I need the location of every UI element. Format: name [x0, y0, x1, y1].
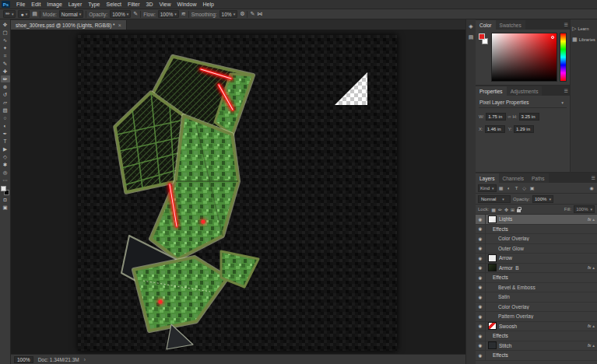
collapse-effects-icon[interactable]: ▴ [592, 217, 597, 222]
y-field[interactable]: 1.29 in [514, 125, 534, 133]
layer-thumbnail[interactable] [488, 215, 497, 223]
pixel-layer-filter-icon[interactable]: ▦ [498, 185, 504, 191]
link-dimensions-icon[interactable]: ∞ [507, 114, 511, 119]
effect-row-color-overlay[interactable]: ◉ Color Overlay [476, 234, 597, 244]
paint-mode-select[interactable]: Normal ▾ [59, 10, 83, 18]
flow-input[interactable]: 100% ▾ [158, 10, 179, 18]
pressure-opacity-icon[interactable]: ✎ [133, 11, 138, 17]
chevron-down-icon[interactable]: ▾ [561, 100, 566, 105]
brush-tool[interactable]: ✏ [1, 75, 10, 82]
rectangular-marquee-tool[interactable]: ▢ [1, 29, 10, 36]
saturation-brightness-field[interactable] [491, 33, 557, 82]
screen-mode-button[interactable]: ▣ [1, 204, 10, 211]
menu-layer[interactable]: Layer [65, 2, 86, 7]
effect-row-pattern-overlay[interactable]: ◉ Pattern Overlay [476, 312, 597, 322]
libraries-panel-button[interactable]: ▦ Libraries [571, 34, 597, 45]
lock-all-icon[interactable] [517, 209, 521, 212]
blend-mode-select[interactable]: Normal ▾ [478, 195, 511, 203]
menu-filter[interactable]: Filter [125, 2, 143, 7]
height-field[interactable]: 3.25 in [519, 113, 539, 121]
visibility-eye-icon[interactable]: ◉ [476, 303, 486, 312]
collapse-effects-icon[interactable]: ▴ [592, 343, 597, 348]
menu-edit[interactable]: Edit [28, 2, 44, 7]
panel-menu-icon[interactable]: ☰ [564, 22, 568, 27]
visibility-eye-icon[interactable]: ◉ [476, 322, 486, 331]
layer-opacity-input[interactable]: 100% ▾ [532, 195, 553, 203]
lock-transparency-icon[interactable]: ▦ [491, 207, 496, 212]
lock-artboard-icon[interactable]: ⊞ [511, 207, 514, 212]
pen-tool[interactable]: ✒ [1, 130, 10, 137]
layer-fill-input[interactable]: 100% ▾ [574, 205, 595, 213]
layer-thumbnail[interactable] [488, 322, 497, 330]
learn-panel-button[interactable]: ▷ Learn [571, 23, 597, 34]
hue-slider[interactable] [560, 33, 567, 82]
pasteboard[interactable] [11, 30, 465, 354]
menu-file[interactable]: File [13, 2, 28, 7]
layer-row-swoosh[interactable]: ◉ Swoosh fx ▴ [476, 322, 597, 332]
shape-tool[interactable]: ◇ [1, 153, 10, 160]
crop-tool[interactable]: ⌗ [1, 52, 10, 59]
smoothing-options-gear-icon[interactable]: ⚙ [240, 11, 244, 17]
foreground-color-swatch[interactable] [479, 33, 485, 40]
layer-thumbnail[interactable] [488, 341, 497, 349]
gradient-tool[interactable]: ▨ [1, 107, 10, 114]
filter-toggle-icon[interactable]: ◉ [588, 185, 595, 191]
visibility-eye-icon[interactable]: ◉ [476, 312, 486, 321]
healing-brush-tool[interactable]: ✚ [1, 68, 10, 75]
lock-position-icon[interactable]: ✥ [504, 207, 508, 212]
history-panel-icon[interactable]: ◈ [469, 23, 472, 30]
move-tool[interactable]: ✥ [1, 21, 10, 28]
width-field[interactable]: 1.75 in [486, 113, 506, 121]
close-tab-icon[interactable]: × [118, 23, 121, 28]
edit-toolbar-button[interactable]: ⋯ [1, 177, 10, 184]
menu-type[interactable]: Type [85, 2, 103, 7]
tab-adjustments[interactable]: Adjustments [507, 86, 543, 96]
collapse-effects-icon[interactable]: ▴ [592, 265, 597, 270]
effect-row-color-overlay[interactable]: ◉ Color Overlay [476, 303, 597, 313]
menu-3d[interactable]: 3D [143, 2, 156, 7]
pressure-size-icon[interactable]: ✎ [250, 11, 255, 17]
foreground-color-swatch[interactable] [1, 186, 6, 191]
adjustment-layer-filter-icon[interactable]: ◐ [506, 186, 512, 191]
visibility-eye-icon[interactable]: ◉ [476, 234, 486, 243]
zoom-level-input[interactable]: 100% [14, 356, 33, 363]
path-selection-tool[interactable]: ▶ [1, 145, 10, 152]
brush-picker[interactable]: ● ▾ [18, 10, 30, 18]
layer-thumbnail[interactable] [488, 264, 497, 271]
brush-panel-toggle-icon[interactable]: ▤ [32, 11, 37, 17]
collapse-effects-icon[interactable]: ▴ [592, 324, 597, 328]
quick-mask-button[interactable]: ◘ [1, 196, 10, 203]
type-layer-filter-icon[interactable]: T [514, 186, 520, 191]
tab-channels[interactable]: Channels [499, 173, 528, 183]
dodge-tool[interactable]: ◐ [1, 122, 10, 129]
effect-row-outer-glow[interactable]: ◉ Outer Glow [476, 244, 597, 254]
symmetry-icon[interactable]: ⋈ [257, 11, 262, 17]
visibility-eye-icon[interactable]: ◉ [476, 254, 486, 263]
color-fg-bg-swatches[interactable] [479, 33, 489, 82]
visibility-eye-icon[interactable]: ◉ [476, 264, 486, 273]
blur-tool[interactable]: ○ [1, 114, 10, 121]
layer-row-arrow[interactable]: ◉ Arrow [476, 254, 597, 264]
clone-stamp-tool[interactable]: ⊕ [1, 83, 10, 90]
x-field[interactable]: 1.46 in [485, 125, 505, 133]
visibility-eye-icon[interactable]: ◉ [476, 331, 486, 341]
menu-select[interactable]: Select [104, 2, 125, 7]
effects-header-row[interactable]: ◉ Effects [476, 273, 597, 283]
tab-paths[interactable]: Paths [528, 173, 549, 183]
smoothing-input[interactable]: 10% ▾ [219, 10, 238, 18]
type-tool[interactable]: T [1, 138, 10, 145]
layer-row-lights[interactable]: ◉ Lights fx ▴ [476, 215, 597, 225]
airbrush-icon[interactable]: ≋ [181, 11, 186, 17]
visibility-eye-icon[interactable]: ◉ [476, 215, 486, 224]
document-tab[interactable]: shoe_300res.psd @ 100% (Lights, RGB/8) *… [11, 20, 127, 30]
foreground-background-colors[interactable] [1, 186, 9, 195]
menu-image[interactable]: Image [44, 2, 65, 7]
quick-selection-tool[interactable]: ✦ [1, 44, 10, 51]
effects-header-row[interactable]: ◉ Effects [476, 351, 597, 361]
layer-row-stitch[interactable]: ◉ Stitch fx ▴ [476, 341, 597, 352]
eraser-tool[interactable]: ▱ [1, 99, 10, 106]
tab-swatches[interactable]: Swatches [496, 20, 525, 30]
panel-menu-icon[interactable]: ☰ [592, 175, 595, 180]
smart-object-filter-icon[interactable]: ▣ [529, 185, 536, 191]
visibility-eye-icon[interactable]: ◉ [476, 225, 486, 234]
